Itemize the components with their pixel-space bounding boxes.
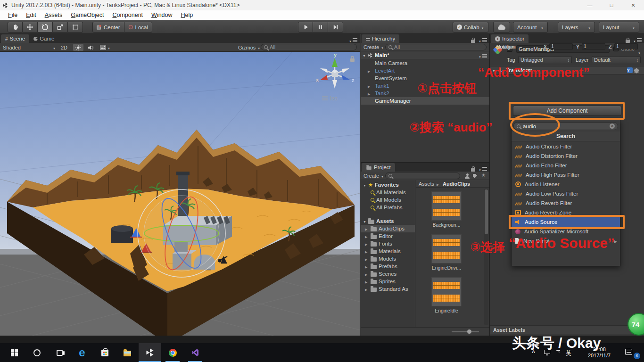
view-tab[interactable]: Scene: [1, 34, 29, 43]
menu-item[interactable]: Assets: [41, 12, 67, 18]
gizmos-dropdown[interactable]: Gizmos: [238, 44, 260, 51]
project-folder[interactable]: Scenes: [361, 270, 415, 278]
menu-item[interactable]: File: [4, 12, 22, 18]
expand-arrow-icon[interactable]: [368, 83, 372, 89]
favorites-item[interactable]: All Models: [361, 196, 415, 204]
account-dropdown[interactable]: Account: [513, 22, 548, 33]
expand-arrow-icon[interactable]: [365, 256, 369, 262]
layers-dropdown[interactable]: Layers: [558, 22, 595, 33]
project-folder[interactable]: Models: [361, 255, 415, 263]
foldout-icon[interactable]: [363, 218, 366, 224]
action-center-icon[interactable]: [625, 349, 632, 355]
rotate-tool-button[interactable]: [38, 22, 53, 33]
project-folder[interactable]: Editor: [361, 232, 415, 240]
favorites-item[interactable]: All Materials: [361, 189, 415, 196]
tab-project[interactable]: Project: [362, 163, 395, 172]
expand-arrow-icon[interactable]: [365, 279, 369, 284]
pause-button[interactable]: [313, 22, 328, 33]
expand-arrow-icon[interactable]: [365, 233, 369, 239]
component-option[interactable]: Audio Distortion Filter: [512, 151, 620, 161]
scrollbar-thumb[interactable]: [485, 189, 488, 234]
label-filter-icon[interactable]: [473, 174, 477, 178]
hierarchy-search-field[interactable]: All: [385, 44, 487, 50]
space-local-button[interactable]: Local: [124, 22, 153, 33]
lock-icon[interactable]: [471, 40, 475, 43]
project-folder[interactable]: AudioClips: [361, 225, 415, 232]
tag-dropdown[interactable]: Untagged: [518, 56, 572, 63]
lighting-toggle[interactable]: [73, 44, 83, 51]
minimize-button[interactable]: —: [579, 0, 601, 10]
tab-inspector[interactable]: i Inspector: [491, 34, 528, 43]
project-folder[interactable]: Materials: [361, 247, 415, 255]
expand-arrow-icon[interactable]: [365, 271, 369, 277]
rect-tool-button[interactable]: [68, 22, 83, 33]
slider-knob[interactable]: [467, 329, 471, 334]
audio-asset[interactable]: EngineDrivi...: [430, 234, 463, 271]
component-option[interactable]: Audio High Pass Filter: [512, 170, 620, 180]
menu-item[interactable]: GameObject: [66, 12, 108, 18]
audio-toggle[interactable]: [85, 44, 96, 51]
foldout-icon[interactable]: [363, 182, 366, 188]
hierarchy-item[interactable]: LevelArt: [361, 67, 489, 74]
scale-tool-button[interactable]: [53, 22, 68, 33]
step-button[interactable]: [328, 22, 343, 33]
lock-icon[interactable]: [471, 168, 475, 172]
2d-toggle[interactable]: 2D: [58, 44, 70, 51]
thumbnail-size-slider[interactable]: [452, 331, 479, 332]
menu-item[interactable]: Window: [147, 12, 176, 18]
help-icon[interactable]: [627, 67, 633, 73]
scene-search-field[interactable]: All: [261, 44, 357, 50]
expand-arrow-icon[interactable]: [365, 286, 369, 292]
component-option[interactable]: Audio Listener: [512, 180, 620, 189]
favorites-item[interactable]: All Prefabs: [361, 204, 415, 211]
component-option[interactable]: Audio Echo Filter: [512, 161, 620, 170]
scene-menu-icon[interactable]: [479, 53, 487, 59]
audio-asset[interactable]: EngineIdle: [430, 277, 463, 313]
scrollbar[interactable]: [484, 189, 488, 325]
hierarchy-create-button[interactable]: Create: [361, 44, 387, 50]
expand-arrow-icon[interactable]: [368, 68, 372, 74]
hierarchy-item[interactable]: Main Camera: [361, 59, 489, 67]
x-value-field[interactable]: 1: [549, 43, 573, 49]
hand-tool-button[interactable]: [8, 22, 23, 33]
project-search-field[interactable]: [385, 173, 460, 179]
project-folder[interactable]: Fonts: [361, 240, 415, 247]
breadcrumb[interactable]: Assets AudioClips: [416, 180, 489, 188]
hierarchy-item[interactable]: GameManager: [361, 97, 489, 105]
project-folder[interactable]: Prefabs: [361, 263, 415, 270]
gear-icon[interactable]: [635, 69, 638, 73]
pivot-center-button[interactable]: Center: [92, 22, 124, 33]
cloud-services-button[interactable]: [493, 22, 510, 33]
menu-item[interactable]: Edit: [22, 12, 41, 18]
asset-labels-header[interactable]: Asset Labels: [490, 325, 644, 334]
component-option[interactable]: Audio Chorus Filter: [512, 142, 620, 151]
maximize-button[interactable]: □: [601, 0, 622, 10]
favorites-root[interactable]: Favorites: [361, 181, 415, 189]
collab-filter-icon[interactable]: [465, 176, 470, 179]
layout-dropdown[interactable]: Layout: [599, 22, 639, 33]
component-option[interactable]: Audio Reverb Filter: [512, 198, 620, 208]
tab-hierarchy[interactable]: Hierarchy: [362, 34, 399, 43]
expand-arrow-icon[interactable]: [368, 90, 372, 96]
move-tool-button[interactable]: [23, 22, 38, 33]
view-tab[interactable]: Game: [29, 34, 58, 43]
y-value-field[interactable]: 1: [582, 43, 605, 49]
foldout-icon[interactable]: [363, 52, 366, 58]
project-folder[interactable]: Standard As: [361, 285, 415, 293]
clear-search-icon[interactable]: [610, 123, 615, 129]
component-option[interactable]: Audio Low Pass Filter: [512, 189, 620, 198]
favorites-filter-icon[interactable]: [481, 172, 486, 178]
expand-arrow-icon[interactable]: [365, 226, 369, 231]
lock-icon[interactable]: [626, 40, 630, 43]
menu-item[interactable]: Help: [177, 12, 198, 18]
play-button[interactable]: [298, 22, 313, 33]
shading-mode-dropdown[interactable]: Shaded: [3, 44, 56, 51]
effects-dropdown[interactable]: [98, 44, 113, 51]
expand-arrow-icon[interactable]: [365, 241, 369, 247]
project-folder[interactable]: Sprites: [361, 278, 415, 285]
project-create-button[interactable]: Create: [361, 173, 387, 179]
scene-header-row[interactable]: Main*: [361, 51, 489, 59]
layer-dropdown[interactable]: Default: [592, 56, 641, 63]
expand-arrow-icon[interactable]: [365, 263, 369, 269]
scene-canvas[interactable]: y x z Iso: [0, 52, 360, 336]
